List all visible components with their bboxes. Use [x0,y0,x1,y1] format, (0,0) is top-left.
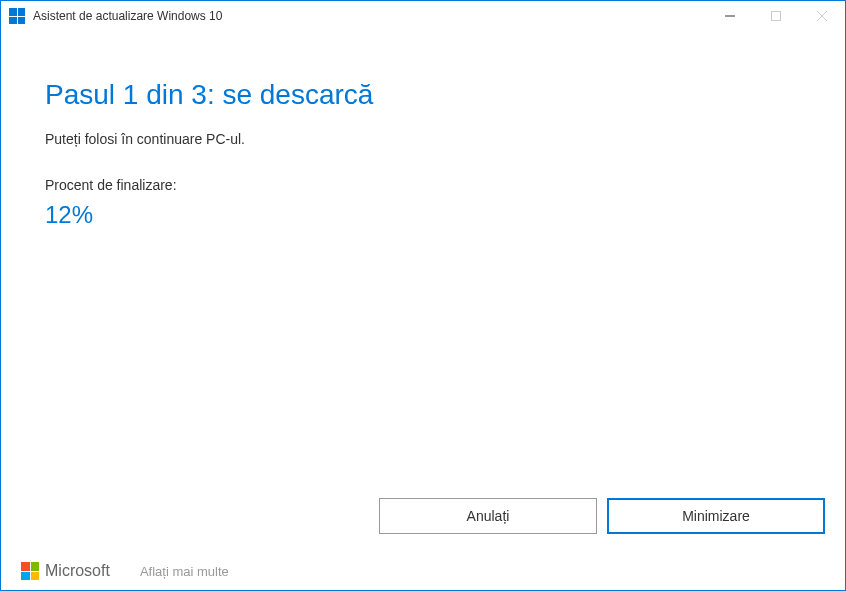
minimize-window-button[interactable] [707,1,753,31]
page-heading: Pasul 1 din 3: se descarcă [45,79,801,111]
minimize-button[interactable]: Minimizare [607,498,825,534]
titlebar: Asistent de actualizare Windows 10 [1,1,845,31]
subtext: Puteți folosi în continuare PC-ul. [45,131,801,147]
maximize-window-button [753,1,799,31]
microsoft-logo: Microsoft [21,562,110,580]
progress-percent: 12% [45,201,801,229]
microsoft-logo-icon [21,562,39,580]
windows-icon [9,8,25,24]
learn-more-link[interactable]: Aflați mai multe [140,564,229,579]
footer: Microsoft Aflați mai multe [21,562,229,580]
window-controls [707,1,845,31]
progress-label: Procent de finalizare: [45,177,801,193]
cancel-button[interactable]: Anulați [379,498,597,534]
main-content: Pasul 1 din 3: se descarcă Puteți folosi… [1,31,845,229]
svg-rect-1 [772,12,781,21]
microsoft-logo-text: Microsoft [45,562,110,580]
window-title: Asistent de actualizare Windows 10 [33,9,222,23]
close-window-button [799,1,845,31]
button-row: Anulați Minimizare [379,498,825,534]
